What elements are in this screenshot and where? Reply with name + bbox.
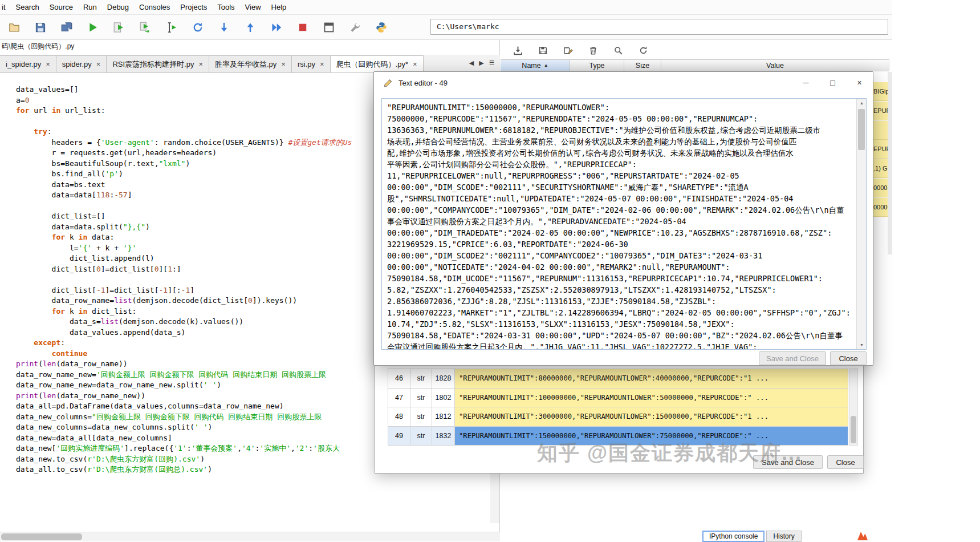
maximize-pane-icon[interactable] xyxy=(322,20,336,35)
json-text-line: 00:00:00","DIM_TRADEDATE":"2024-02-05 00… xyxy=(387,227,850,238)
open-file-icon[interactable] xyxy=(7,20,22,35)
continue-icon[interactable] xyxy=(269,20,284,35)
text-save-and-close-button[interactable]: Save and Close xyxy=(759,351,826,365)
menu-item-consoles[interactable]: Consoles xyxy=(134,3,175,11)
minimize-icon[interactable]: ─ xyxy=(792,72,819,94)
tab-options-menu-icon[interactable]: ≡ xyxy=(489,58,494,68)
tab-close-icon[interactable]: × xyxy=(320,60,324,68)
menu-item-run[interactable]: Run xyxy=(78,3,102,11)
menu-item-view[interactable]: View xyxy=(240,3,266,11)
json-text-line: 75090184.58,"DIM_UCODE":"11567","REPURNU… xyxy=(387,273,850,284)
tab-label: 胜率及年华收益.py xyxy=(215,59,276,70)
value-cell-fragment: EPURC xyxy=(873,140,888,159)
working-directory-input[interactable]: C:\Users\markc xyxy=(430,19,888,35)
cell-value: "REPURAMOUNTLIMIT":80000000,"REPURAMOUNT… xyxy=(455,369,848,389)
editor-tab-0[interactable]: i_spider.py× xyxy=(0,55,56,72)
tab-scroll-left-icon[interactable]: ◀ xyxy=(469,59,474,67)
menu-item-tools[interactable]: Tools xyxy=(212,3,239,11)
json-text-line: 00:00:00","NOTICEDATE":"2024-04-02 00:00… xyxy=(387,261,850,273)
bottom-tabbar: IPython consoleHistory xyxy=(702,531,802,542)
value-row-46[interactable]: 46str1828"REPURAMOUNTLIMIT":80000000,"RE… xyxy=(388,369,848,389)
run-icon[interactable] xyxy=(86,20,100,35)
json-text-line: 00:00:00","DIM_SCODE2":"002111","COMPANY… xyxy=(387,250,850,261)
menu-item-debug[interactable]: Debug xyxy=(102,3,134,11)
tab-close-icon[interactable]: × xyxy=(96,60,101,68)
scroll-down-icon[interactable]: ▼ xyxy=(857,341,867,349)
cell-index: 47 xyxy=(388,389,410,408)
menu-item-source[interactable]: Source xyxy=(44,3,78,11)
value-editor-scrollbar[interactable] xyxy=(849,369,858,446)
tab-close-icon[interactable]: × xyxy=(413,60,417,68)
text-editor-content[interactable]: "REPURAMOUNTLIMIT":150000000,"REPURAMOUN… xyxy=(381,98,867,350)
editor-tab-4[interactable]: rsi.py× xyxy=(291,55,331,72)
run-cell-icon[interactable] xyxy=(112,20,127,35)
text-close-button[interactable]: Close xyxy=(830,351,867,365)
preferences-icon[interactable] xyxy=(348,20,363,35)
json-text-line: 10.74,"ZDJ":5.82,"SLSX":11316153,"SLXX":… xyxy=(387,318,850,330)
scroll-thumb[interactable] xyxy=(1,533,82,540)
column-header-size[interactable]: Size xyxy=(624,59,661,71)
value-row-47[interactable]: 47str1802"REPURAMOUNTLIMIT":100000000,"R… xyxy=(388,389,848,408)
menu-item-it[interactable]: it xyxy=(0,3,11,11)
run-selection-icon[interactable] xyxy=(164,20,179,35)
cell-index: 48 xyxy=(388,407,410,427)
tab-close-icon[interactable]: × xyxy=(198,60,203,68)
value-cell-fragment xyxy=(873,121,888,140)
scroll-thumb[interactable] xyxy=(851,416,856,443)
spyder-window: itSearchSourceRunDebugConsolesProjectsTo… xyxy=(0,0,980,542)
tab-close-icon[interactable]: × xyxy=(281,60,286,68)
rerun-icon[interactable] xyxy=(190,20,205,35)
save-icon[interactable] xyxy=(33,20,48,35)
bottom-tab-ipython-console[interactable]: IPython console xyxy=(702,531,765,542)
column-header-value[interactable]: Value xyxy=(661,59,889,71)
value-cell-fragment: .1) G xyxy=(873,159,888,178)
json-text-line: 00:00:00","COMPANYCODE":"10079365","DIM_… xyxy=(387,204,850,216)
file-path-breadcrumb: 码\爬虫（回购代码）.py xyxy=(2,42,74,51)
value-rows: 46str1828"REPURAMOUNTLIMIT":80000000,"RE… xyxy=(388,369,848,446)
column-header-name[interactable]: Name ▲ xyxy=(501,59,570,71)
json-text-line: 75090184.58,"EDATE":"2024-03-31 00:00:00… xyxy=(387,330,850,341)
editor-tab-5[interactable]: 爬虫（回购代码）.py*× xyxy=(330,55,424,72)
column-header-type[interactable]: Type xyxy=(570,59,624,71)
scroll-thumb[interactable] xyxy=(858,109,865,150)
bottom-tab-history[interactable]: History xyxy=(766,531,801,542)
tab-scroll-right-icon[interactable]: ▶ xyxy=(479,59,483,67)
tab-label: i_spider.py xyxy=(6,60,41,68)
remove-variable-icon[interactable] xyxy=(587,45,599,56)
pencil-icon xyxy=(383,78,393,88)
sort-ascending-icon: ▲ xyxy=(544,63,548,68)
scroll-up-icon[interactable]: ▲ xyxy=(857,99,867,107)
save-all-icon[interactable] xyxy=(59,20,74,35)
variable-explorer-toolbar xyxy=(505,42,649,58)
value-row-48[interactable]: 48str1812"REPURAMOUNTLIMIT":30000000,"RE… xyxy=(388,407,848,427)
menu-item-projects[interactable]: Projects xyxy=(175,3,212,11)
save-data-as-icon[interactable] xyxy=(562,45,574,56)
text-editor-dialog: Text editor - 49 ─ □ × "REPURAMOUNTLIMIT… xyxy=(373,71,873,366)
json-text-line: 11,"REPURPRICELOWER":null,"REPURPROGRESS… xyxy=(387,170,850,181)
step-return-icon[interactable] xyxy=(243,20,258,35)
stop-icon[interactable] xyxy=(295,20,310,35)
close-icon[interactable]: × xyxy=(846,72,873,94)
tab-close-icon[interactable]: × xyxy=(46,60,50,68)
editor-tab-2[interactable]: RSI震荡指标构建择时.py× xyxy=(106,55,209,72)
menu-bar: itSearchSourceRunDebugConsolesProjectsTo… xyxy=(0,0,892,15)
cell-type: str xyxy=(410,369,432,389)
search-icon[interactable] xyxy=(612,45,624,56)
editor-hscrollbar[interactable] xyxy=(0,532,500,541)
editor-tab-1[interactable]: spider.py× xyxy=(56,55,107,72)
varexplorer-scrollbar[interactable] xyxy=(888,72,892,254)
run-cell-advance-icon[interactable] xyxy=(138,20,153,35)
console-icon xyxy=(855,528,870,542)
step-into-icon[interactable] xyxy=(217,20,231,35)
value-close-button[interactable]: Close xyxy=(827,455,864,469)
menu-item-search[interactable]: Search xyxy=(11,3,44,11)
refresh-icon[interactable] xyxy=(637,45,649,56)
text-editor-scrollbar[interactable]: ▲ ▼ xyxy=(856,99,866,349)
editor-tab-3[interactable]: 胜率及年华收益.py× xyxy=(209,55,292,72)
import-data-icon[interactable] xyxy=(512,45,523,56)
maximize-icon[interactable]: □ xyxy=(819,72,846,94)
save-data-icon[interactable] xyxy=(537,45,548,56)
text-editor-titlebar[interactable]: Text editor - 49 ─ □ × xyxy=(374,72,873,94)
python-icon[interactable] xyxy=(374,20,389,35)
menu-item-help[interactable]: Help xyxy=(266,3,292,11)
